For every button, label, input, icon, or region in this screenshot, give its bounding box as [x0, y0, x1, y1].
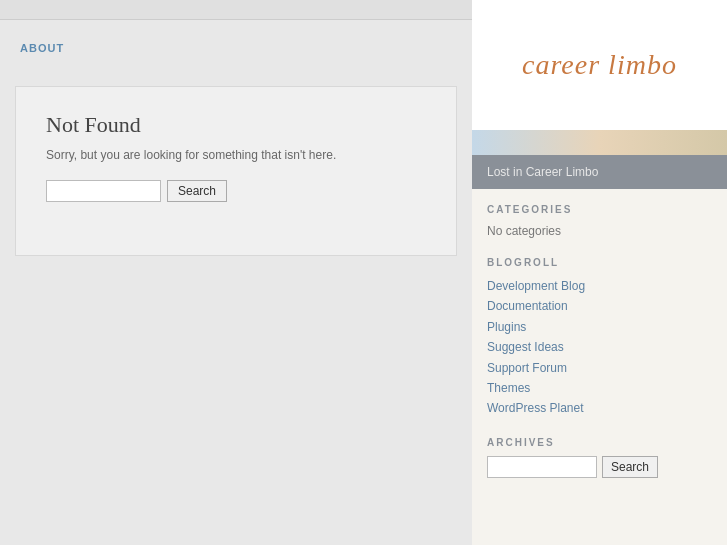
blogroll-link[interactable]: Development Blog [487, 276, 712, 296]
sidebar-content: CATEGORIES No categories BLOGROLL Develo… [472, 189, 727, 545]
not-found-title: Not Found [46, 112, 426, 138]
site-header: career limbo [472, 0, 727, 130]
blogroll-link[interactable]: Documentation [487, 296, 712, 316]
search-input[interactable] [46, 180, 161, 202]
blogroll-link[interactable]: WordPress Planet [487, 398, 712, 418]
blogroll-link[interactable]: Support Forum [487, 358, 712, 378]
no-categories-text: No categories [487, 224, 561, 238]
blogroll-section: BLOGROLL Development BlogDocumentationPl… [487, 257, 712, 419]
sidebar: career limbo Lost in Career Limbo CATEGO… [472, 0, 727, 545]
main-content: ABOUT Not Found Sorry, but you are looki… [0, 0, 472, 545]
not-found-subtitle: Sorry, but you are looking for something… [46, 148, 426, 162]
categories-section: CATEGORIES No categories [487, 204, 712, 239]
blogroll-links: Development BlogDocumentationPluginsSugg… [487, 276, 712, 419]
tagline-text: Lost in Career Limbo [487, 165, 598, 179]
archives-search-form: Search [487, 456, 712, 478]
nav-bar: ABOUT [0, 20, 472, 66]
tagline-bar: Lost in Career Limbo [472, 155, 727, 189]
top-bar [0, 0, 472, 20]
blogroll-link[interactable]: Plugins [487, 317, 712, 337]
blogroll-link[interactable]: Themes [487, 378, 712, 398]
archives-section: ARCHIVES Search [487, 437, 712, 478]
blogroll-link[interactable]: Suggest Ideas [487, 337, 712, 357]
about-link[interactable]: ABOUT [20, 42, 64, 54]
archives-search-button[interactable]: Search [602, 456, 658, 478]
search-button[interactable]: Search [167, 180, 227, 202]
archives-label: ARCHIVES [487, 437, 712, 448]
banner-gradient [472, 130, 727, 155]
blogroll-label: BLOGROLL [487, 257, 712, 268]
content-area: Not Found Sorry, but you are looking for… [15, 86, 457, 256]
archives-search-input[interactable] [487, 456, 597, 478]
site-title: career limbo [522, 49, 677, 81]
search-form: Search [46, 180, 426, 202]
categories-label: CATEGORIES [487, 204, 712, 215]
